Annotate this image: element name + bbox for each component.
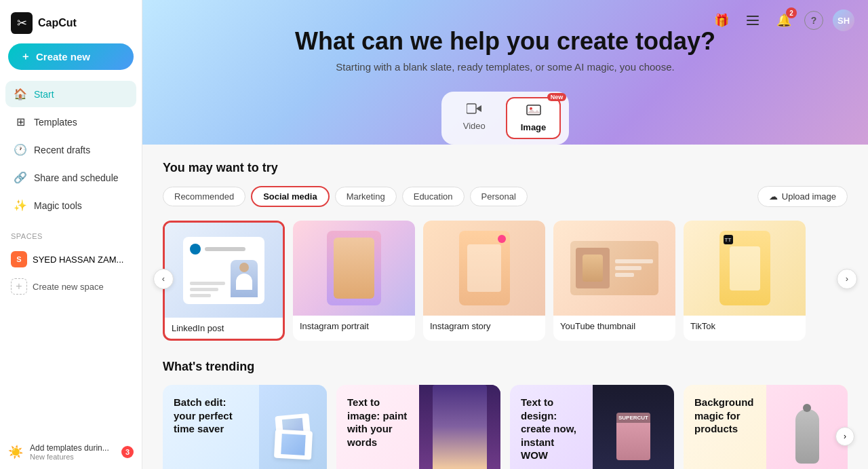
carousel-next-button[interactable]: ›: [837, 269, 857, 289]
spaces-section: Spaces S SYED HASSAN ZAM... + Create new…: [0, 232, 142, 300]
sidebar-item-magic-tools[interactable]: ✨ Magic tools: [5, 192, 136, 219]
image-mode-button[interactable]: Image: [506, 97, 561, 139]
trending-batch-img: [259, 385, 327, 469]
sidebar-item-recent-drafts[interactable]: 🕐 Recent drafts: [5, 136, 136, 163]
template-instagram-story-label: Instagram story: [423, 316, 545, 337]
gift-button[interactable]: 🎁: [711, 10, 732, 31]
trending-next-button[interactable]: ›: [835, 427, 854, 446]
sidebar-item-templates[interactable]: ⊞ Templates: [5, 109, 136, 135]
video-mode-wrap: Video: [450, 97, 499, 139]
template-card-instagram-story[interactable]: Instagram story: [423, 221, 545, 341]
create-new-button[interactable]: ＋ Create new: [8, 43, 134, 70]
templates-icon: ⊞: [14, 115, 27, 128]
spaces-label: Spaces: [8, 232, 134, 240]
template-card-instagram-portrait[interactable]: Instagram portrait: [293, 221, 415, 341]
svg-marker-9: [527, 109, 540, 113]
template-grid: LinkedIn post Instagram portrait: [163, 221, 848, 341]
trending-text-design-title: Text to design: create now, instant WOW: [521, 396, 582, 462]
footer-notification-sub: New features: [30, 453, 115, 461]
template-card-youtube[interactable]: YouTube thumbnail: [553, 221, 675, 341]
sidebar-item-drafts-label: Recent drafts: [34, 145, 90, 155]
trending-text-img-preview: [419, 385, 500, 469]
template-instagram-portrait-label: Instagram portrait: [293, 316, 415, 337]
trending-bg-magic-title: Background magic for products: [694, 396, 755, 436]
template-tiktok-preview: TT: [684, 221, 806, 316]
filter-education[interactable]: Education: [402, 187, 465, 206]
hero-subtitle: Starting with a blank slate, ready templ…: [170, 61, 841, 73]
create-space-label: Create new space: [33, 282, 104, 292]
template-instagram-portrait-preview: [293, 221, 415, 316]
list-icon: [747, 16, 759, 25]
filter-marketing[interactable]: Marketing: [335, 187, 397, 206]
logo[interactable]: ✂ CapCut: [0, 0, 142, 43]
video-mode-icon: [467, 102, 481, 118]
sidebar-item-share-label: Share and schedule: [34, 172, 119, 183]
svg-rect-4: [747, 24, 759, 25]
weather-icon: ☀️: [8, 445, 23, 459]
template-card-linkedin[interactable]: LinkedIn post: [163, 221, 285, 341]
mode-switcher: Video Image New: [441, 92, 570, 145]
trending-text-design-preview: SUPERCUT: [593, 385, 674, 469]
template-instagram-story-preview: [423, 221, 545, 316]
sidebar-item-templates-label: Templates: [34, 117, 77, 128]
content-area: You may want to try Recommended Social m…: [142, 145, 868, 469]
bell-button[interactable]: 🔔 2: [773, 10, 795, 31]
list-button[interactable]: [742, 10, 764, 31]
image-mode-label: Image: [521, 122, 547, 132]
filter-personal[interactable]: Personal: [470, 187, 528, 206]
template-linkedin-preview: [165, 223, 283, 318]
image-mode-wrap: Image New: [506, 97, 561, 139]
template-card-tiktok[interactable]: TT TikTok: [684, 221, 806, 341]
trending-text-img-text: Text to image: paint with your words Try…: [336, 385, 419, 469]
svg-rect-5: [467, 104, 476, 113]
upload-image-button[interactable]: ☁ Upload image: [757, 186, 848, 207]
magic-icon: ✨: [14, 199, 27, 212]
image-mode-new-badge: New: [547, 93, 567, 101]
trending-section-title: What's trending: [163, 360, 848, 374]
trending-card-bg-magic[interactable]: Background magic for products Try now ›: [684, 385, 848, 469]
templates-section-title: You may want to try: [163, 161, 848, 175]
trending-bg-magic-preview: [766, 385, 848, 469]
space-item-user[interactable]: S SYED HASSAN ZAM...: [8, 246, 134, 273]
video-mode-button[interactable]: Video: [450, 97, 499, 136]
svg-text:✂: ✂: [17, 16, 27, 30]
bell-badge: 2: [786, 7, 797, 18]
trending-grid: Batch edit: your perfect time saver Try …: [163, 385, 848, 469]
sidebar-footer-notification[interactable]: ☀️ Add templates durin... New features 3: [0, 435, 142, 469]
topbar: 🎁 🔔 2 ? SH: [711, 10, 854, 31]
carousel-prev-button[interactable]: ‹: [153, 269, 174, 289]
user-avatar[interactable]: SH: [833, 10, 854, 31]
trending-card-text-to-image[interactable]: Text to image: paint with your words Try…: [336, 385, 500, 469]
share-icon: 🔗: [14, 171, 27, 184]
svg-rect-2: [747, 16, 759, 17]
plus-icon: ＋: [20, 50, 31, 63]
trending-card-text-to-design[interactable]: Text to design: create now, instant WOW …: [510, 385, 674, 469]
trending-text-img-title: Text to image: paint with your words: [347, 396, 408, 449]
logo-text: CapCut: [38, 17, 77, 29]
hero-section: 🎁 🔔 2 ? SH What can we help you create t…: [142, 0, 868, 145]
create-space-button[interactable]: + Create new space: [8, 273, 134, 300]
image-mode-icon: [526, 104, 541, 119]
video-mode-label: Video: [463, 121, 486, 131]
filter-recommended[interactable]: Recommended: [163, 187, 245, 206]
template-youtube-preview: [553, 221, 675, 316]
filter-social-media[interactable]: Social media: [251, 186, 329, 207]
svg-rect-3: [747, 20, 759, 21]
main-content: 🎁 🔔 2 ? SH What can we help you create t…: [142, 0, 868, 469]
templates-carousel: ‹: [163, 221, 848, 341]
trending-card-batch-edit[interactable]: Batch edit: your perfect time saver Try …: [163, 385, 327, 469]
template-linkedin-label: LinkedIn post: [165, 318, 283, 339]
space-avatar: S: [11, 251, 27, 267]
trending-batch-title: Batch edit: your perfect time saver: [174, 396, 248, 436]
trending-bg-magic-text: Background magic for products Try now ›: [684, 385, 766, 469]
plus-space-icon: +: [11, 278, 27, 295]
help-button[interactable]: ?: [804, 11, 823, 30]
svg-marker-6: [476, 105, 481, 112]
space-name: SYED HASSAN ZAM...: [33, 255, 123, 265]
sidebar-item-share-schedule[interactable]: 🔗 Share and schedule: [5, 164, 136, 191]
hero-title: What can we help you create today?: [170, 27, 841, 56]
template-tiktok-label: TikTok: [684, 316, 806, 337]
sidebar-nav: 🏠 Start ⊞ Templates 🕐 Recent drafts 🔗 Sh…: [0, 81, 142, 219]
sidebar-item-start[interactable]: 🏠 Start: [5, 81, 136, 107]
trending-batch-text: Batch edit: your perfect time saver Try …: [163, 385, 259, 469]
